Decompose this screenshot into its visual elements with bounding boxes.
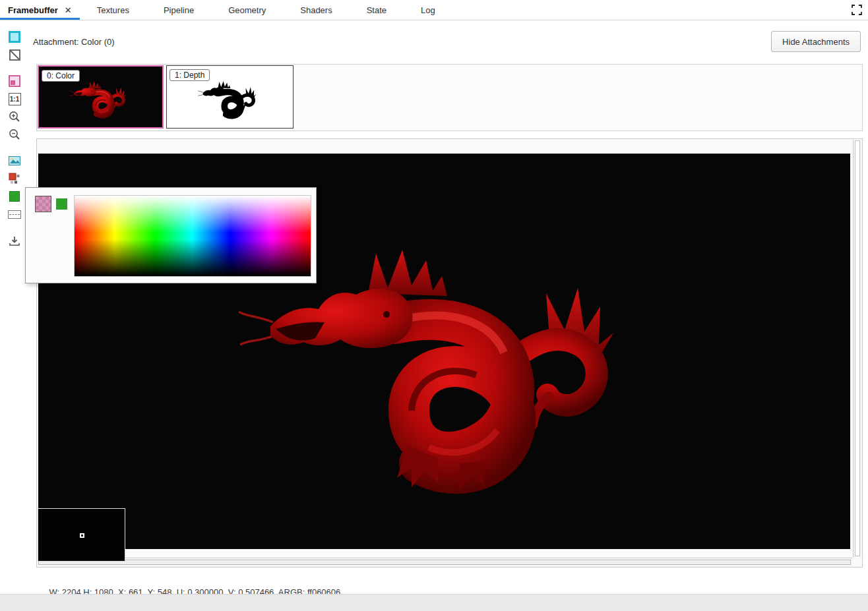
window-bottom-strip: [0, 594, 868, 611]
horizontal-scrollbar[interactable]: [38, 558, 852, 566]
tab-log-label: Log: [421, 5, 435, 15]
tab-log[interactable]: Log: [404, 0, 452, 20]
vertical-scrollbar-thumb[interactable]: [855, 140, 860, 556]
tab-geometry[interactable]: Geometry: [211, 0, 283, 20]
tab-textures-label: Textures: [97, 5, 129, 15]
attachment-chip-color: 0: Color: [42, 70, 80, 82]
attachment-thumb-color[interactable]: 0: Color: [38, 65, 164, 129]
pixel-context-preview: [38, 508, 125, 562]
tab-shaders-label: Shaders: [300, 5, 332, 15]
zoom-in-button[interactable]: [7, 109, 22, 124]
border-swatch-pink-button[interactable]: [7, 74, 22, 88]
pink-square-icon: [9, 75, 20, 87]
fullscreen-icon[interactable]: [852, 5, 862, 15]
horizontal-scrollbar-thumb[interactable]: [38, 560, 851, 565]
tab-shaders[interactable]: Shaders: [283, 0, 349, 20]
channels-icon: [8, 172, 21, 185]
tab-pipeline[interactable]: Pipeline: [146, 0, 211, 20]
tab-framebuffer-label: Framebuffer: [8, 5, 58, 15]
slash-square-icon: [9, 49, 20, 61]
tab-bar: Framebuffer ✕ Textures Pipeline Geometry…: [0, 0, 868, 20]
close-icon[interactable]: ✕: [65, 6, 72, 15]
tab-state-label: State: [367, 5, 387, 15]
fit-image-button[interactable]: [7, 154, 22, 168]
zoom-actual-button[interactable]: 1:1: [7, 92, 22, 106]
green-square-icon: [9, 191, 20, 202]
tab-framebuffer[interactable]: Framebuffer ✕: [0, 0, 80, 20]
zoom-in-icon: [8, 110, 21, 123]
image-icon: [8, 154, 21, 167]
attachment-thumb-depth[interactable]: 1: Depth: [166, 65, 294, 129]
zoom-out-button[interactable]: [7, 127, 22, 142]
tab-state[interactable]: State: [350, 0, 404, 20]
vertical-scrollbar[interactable]: [853, 140, 861, 557]
color-channels-button[interactable]: [7, 171, 22, 186]
alpha-background-button[interactable]: [7, 47, 22, 62]
save-image-button[interactable]: [7, 234, 22, 248]
current-color-swatch[interactable]: [35, 196, 51, 212]
color-picker-popup: [25, 187, 317, 283]
rows-icon: [8, 210, 21, 219]
attachment-label: Attachment: Color (0): [33, 37, 115, 47]
tab-geometry-label: Geometry: [228, 5, 266, 15]
zoom-out-icon: [8, 128, 21, 141]
color-swatch-cyan-button[interactable]: [7, 30, 22, 44]
cyan-square-icon: [9, 31, 20, 43]
hsv-gradient[interactable]: [74, 195, 311, 277]
picked-pixel-marker: [80, 533, 84, 538]
flatten-row-button[interactable]: [7, 207, 22, 221]
one-to-one-icon: 1:1: [9, 93, 21, 105]
tab-textures[interactable]: Textures: [80, 0, 146, 20]
attachment-chip-depth: 1: Depth: [170, 69, 210, 81]
secondary-color-swatch[interactable]: [56, 198, 67, 210]
color-swatch-green-button[interactable]: [7, 189, 22, 204]
attachments-strip: 0: Color 1: Depth: [36, 64, 863, 131]
tab-pipeline-label: Pipeline: [164, 5, 194, 15]
hide-attachments-button[interactable]: Hide Attachments: [771, 31, 861, 52]
download-icon: [8, 235, 21, 248]
